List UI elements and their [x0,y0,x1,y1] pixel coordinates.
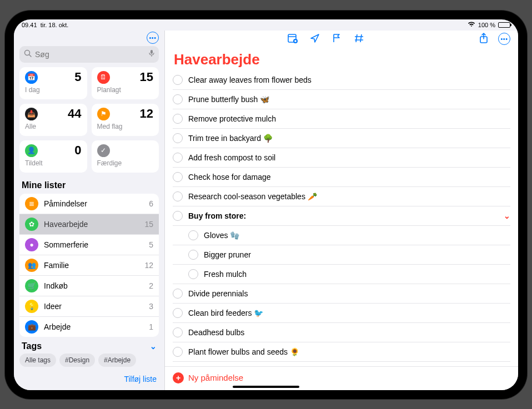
battery-percent: 100 % [478,22,495,28]
reminder-text: Check hose for damage [188,173,510,181]
wifi-icon [468,22,475,28]
tag-pill[interactable]: #Arbejde [98,354,136,367]
list-name: Arbejde [44,322,143,331]
reminder-row[interactable]: Trim tree in backyard 🌳 [173,129,510,148]
smart-card-med-flag[interactable]: ⚑ 12 Med flag [92,104,159,136]
checkbox-circle[interactable] [173,172,183,182]
reminder-text: Remove protective mulch [188,114,510,123]
list-row-påmindelser[interactable]: ≣ Påmindelser 6 [19,194,159,214]
checkbox-circle[interactable] [173,347,183,357]
list-count: 15 [144,220,153,229]
new-reminder-button[interactable]: + Ny påmindelse [165,366,518,390]
reminder-text: Fresh mulch [204,270,510,279]
reminder-text: Add fresh compost to soil [188,153,510,162]
reminder-row[interactable]: Research cool-season vegetables 🥕 [173,187,510,206]
smart-card-tildelt[interactable]: 👤 0 Tildelt [19,140,87,173]
reminder-row[interactable]: Divide perennials [173,284,510,304]
reminder-row[interactable]: Deadhesd bulbs [173,323,510,342]
smart-card-icon: ⚑ [97,108,110,120]
search-input[interactable] [35,50,145,59]
tag-pill[interactable]: #Design [59,354,95,367]
smart-card-icon: 👤 [25,144,38,157]
checkbox-circle[interactable] [188,250,198,260]
reminder-row[interactable]: Add fresh compost to soil [173,148,510,168]
smart-card-count: 44 [68,108,81,120]
reminder-row[interactable]: Clear away leaves from flower beds [173,70,510,90]
reminder-row[interactable]: Prune butterfly bush 🦋 [173,90,510,109]
smart-card-icon: 📅 [25,71,38,84]
reminder-row[interactable]: Buy from store: ⌄ [173,206,510,226]
smart-card-færdige[interactable]: ✓ Færdige [92,140,159,173]
smart-card-count: 0 [74,144,81,156]
checkbox-circle[interactable] [173,153,183,163]
tag-pill[interactable]: Alle tags [19,354,56,367]
reminder-row[interactable]: Clean bird feeders 🐦 [173,304,510,323]
reminder-text: Trim tree in backyard 🌳 [188,134,510,143]
list-icon: ✿ [25,218,38,231]
reminder-row[interactable]: Gloves 🧤 [173,226,510,245]
list-row-ideer[interactable]: 💡 Ideer 3 [19,296,159,317]
checkbox-circle[interactable] [173,75,183,85]
list-row-indkøb[interactable]: 🛒 Indkøb 2 [19,276,159,296]
smart-card-icon: 🗓 [97,71,110,84]
status-bar: 09.41 tir. 18. okt. 100 % [14,19,518,31]
mic-icon[interactable] [149,49,154,59]
smart-card-alle[interactable]: 📥 44 Alle [19,104,87,136]
smart-card-label: Færdige [97,159,154,167]
list-row-arbejde[interactable]: 💼 Arbejde 1 [19,317,159,337]
add-list-button[interactable]: Tilføj liste [14,371,164,387]
section-my-lists: Mine lister [14,177,164,191]
reminder-row[interactable]: Remove protective mulch [173,109,510,129]
checkbox-circle[interactable] [173,133,183,143]
search-field[interactable] [19,46,159,63]
battery-icon [498,22,510,28]
search-icon [24,49,32,59]
smart-card-count: 12 [140,108,153,120]
checkbox-circle[interactable] [188,230,198,240]
list-name: Ideer [44,302,143,311]
smart-card-count: 15 [140,71,153,83]
sidebar-more-button[interactable]: ••• [147,32,159,44]
reminder-row[interactable]: Fresh mulch [173,265,510,284]
checkbox-circle[interactable] [173,211,183,221]
location-icon[interactable] [310,33,320,46]
smart-card-label: Med flag [97,123,154,130]
checkbox-circle[interactable] [173,308,183,318]
list-name: Indkøb [44,281,143,290]
tags-header[interactable]: Tags [22,341,42,351]
reminder-row[interactable]: Bigger pruner [173,245,510,265]
svg-rect-2 [150,50,153,54]
home-indicator[interactable] [233,386,299,388]
flag-icon[interactable] [332,33,342,46]
svg-line-9 [356,34,357,42]
list-icon: 👥 [25,259,38,272]
smart-card-planlagt[interactable]: 🗓 15 Planlagt [92,67,159,99]
checkbox-circle[interactable] [173,114,183,124]
list-icon: ≣ [25,197,38,210]
checkbox-circle[interactable] [188,269,198,279]
list-count: 2 [149,281,153,290]
share-icon[interactable] [479,33,488,47]
reminder-text: Deadhesd bulbs [188,328,510,337]
reminder-row[interactable]: Plant flower bulbs and seeds 🌻 [173,342,510,362]
list-title: Havearbejde [165,48,518,70]
expand-caret-icon[interactable]: ⌄ [504,211,510,220]
tags-chevron-icon[interactable]: ⌄ [150,342,157,351]
reminder-text: Research cool-season vegetables 🥕 [188,192,510,201]
hashtag-icon[interactable] [354,33,364,46]
list-row-havearbejde[interactable]: ✿ Havearbejde 15 [19,214,159,235]
list-row-sommerferie[interactable]: ● Sommerferie 5 [19,235,159,255]
checkbox-circle[interactable] [173,191,183,201]
calendar-add-icon[interactable] [288,33,298,46]
smart-card-label: Tildelt [25,159,82,167]
list-row-familie[interactable]: 👥 Familie 12 [19,255,159,276]
checkbox-circle[interactable] [173,94,183,104]
svg-line-1 [29,55,32,57]
checkbox-circle[interactable] [173,327,183,337]
smart-card-i-dag[interactable]: 📅 5 I dag [19,67,87,99]
checkbox-circle[interactable] [173,289,183,299]
reminder-text: Prune butterfly bush 🦋 [188,95,510,104]
reminder-text: Gloves 🧤 [204,231,510,240]
reminder-row[interactable]: Check hose for damage [173,168,510,187]
main-more-button[interactable]: ••• [498,33,510,45]
